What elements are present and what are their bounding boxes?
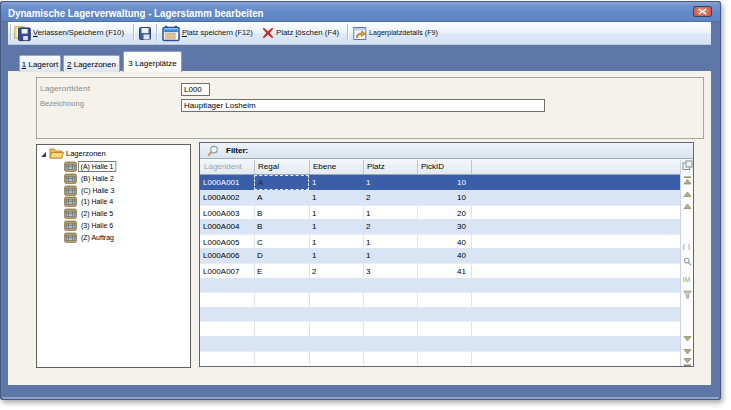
svg-text:IM: IM xyxy=(683,276,691,283)
svg-text:( ): ( ) xyxy=(683,242,691,251)
